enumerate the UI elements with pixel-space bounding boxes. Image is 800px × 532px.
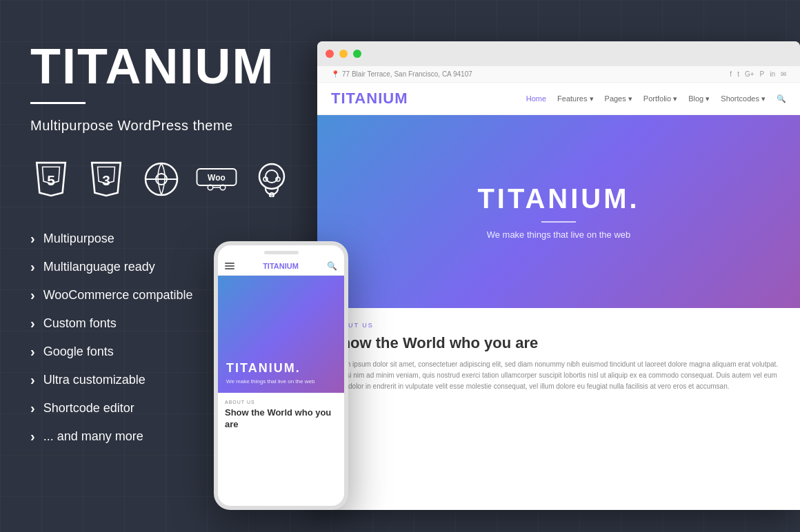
- site-hero: TITANIUM. We make things that live on th…: [317, 115, 800, 308]
- wordpress-icon: [141, 158, 182, 200]
- nav-shortcodes[interactable]: Shortcodes ▾: [721, 94, 766, 103]
- title-underline: [30, 102, 86, 104]
- hamburger-icon[interactable]: [225, 263, 234, 269]
- html5-icon: 5: [30, 158, 72, 200]
- svg-text:3: 3: [102, 172, 110, 188]
- location-icon: 📍: [331, 70, 339, 78]
- linkedin-icon: in: [770, 70, 775, 78]
- subtitle: Multipurpose WordPress theme: [30, 118, 292, 134]
- browser-mockup: 📍 77 Blair Terrace, San Francisco, CA 94…: [317, 41, 800, 510]
- svg-point-12: [259, 164, 284, 189]
- address-text: 77 Blair Terrace, San Francisco, CA 9410…: [342, 70, 472, 78]
- mobile-hero-subtitle: We make things that live on the web: [226, 378, 314, 385]
- about-text: Lorem ipsum dolor sit amet, consectetuer…: [331, 359, 786, 392]
- mobile-speaker: [264, 251, 299, 254]
- browser-dot-red: [326, 50, 334, 58]
- site-address: 📍 77 Blair Terrace, San Francisco, CA 94…: [331, 70, 472, 78]
- facebook-icon: f: [730, 70, 732, 78]
- svg-text:5: 5: [47, 172, 55, 188]
- about-title: Show the World who you are: [331, 334, 786, 352]
- hero-underline: [541, 221, 576, 223]
- tech-icons: 5 3 Woo: [30, 158, 292, 200]
- woocommerce-icon: Woo: [196, 158, 237, 200]
- site-nav: Home Features ▾ Pages ▾ Portfolio ▾ Blog…: [526, 94, 786, 103]
- mobile-about: ABOUT US Show the World who you are: [218, 393, 344, 438]
- twitter-icon: t: [737, 70, 739, 78]
- nav-features[interactable]: Features ▾: [557, 94, 593, 103]
- browser-dot-yellow: [339, 50, 348, 58]
- nav-pages[interactable]: Pages ▾: [605, 94, 632, 103]
- mobile-hero: TITANIUM. We make things that live on th…: [218, 276, 344, 393]
- mobile-hero-title: TITANIUM.: [226, 361, 301, 376]
- mobile-navbar: TITANIUM 🔍: [218, 257, 344, 276]
- email-icon: ✉: [781, 70, 786, 78]
- google-plus-icon: G+: [745, 70, 754, 78]
- brand-title: TITANIUM: [30, 41, 292, 91]
- hero-title: TITANIUM.: [477, 183, 639, 214]
- mobile-logo: TITANIUM: [263, 262, 299, 270]
- browser-dot-green: [353, 50, 361, 58]
- browser-bar: [317, 41, 800, 66]
- mobile-content: TITANIUM 🔍 TITANIUM. We make things that…: [218, 257, 344, 497]
- github-icon: [251, 158, 292, 200]
- css3-icon: 3: [86, 158, 127, 200]
- site-logo: TITANIUM: [331, 90, 408, 108]
- mobile-mockup: TITANIUM 🔍 TITANIUM. We make things that…: [214, 241, 348, 510]
- site-social: f t G+ P in ✉: [730, 70, 786, 78]
- mobile-about-label: ABOUT US: [225, 400, 337, 405]
- mobile-about-title: Show the World who you are: [225, 407, 337, 431]
- svg-text:Woo: Woo: [208, 173, 226, 183]
- hero-subtitle: We make things that live on the web: [487, 229, 631, 240]
- nav-portfolio[interactable]: Portfolio ▾: [643, 94, 677, 103]
- site-about: ABOUT US Show the World who you are Lore…: [317, 308, 800, 406]
- about-label: ABOUT US: [331, 322, 786, 329]
- browser-content: 📍 77 Blair Terrace, San Francisco, CA 94…: [317, 66, 800, 510]
- mobile-search-icon[interactable]: 🔍: [327, 261, 337, 271]
- search-icon[interactable]: 🔍: [777, 94, 786, 103]
- nav-home[interactable]: Home: [526, 94, 546, 103]
- nav-blog[interactable]: Blog ▾: [688, 94, 710, 103]
- site-navbar: TITANIUM Home Features ▾ Pages ▾ Portfol…: [317, 83, 800, 115]
- pinterest-icon: P: [760, 70, 765, 78]
- site-topbar: 📍 77 Blair Terrace, San Francisco, CA 94…: [317, 66, 800, 83]
